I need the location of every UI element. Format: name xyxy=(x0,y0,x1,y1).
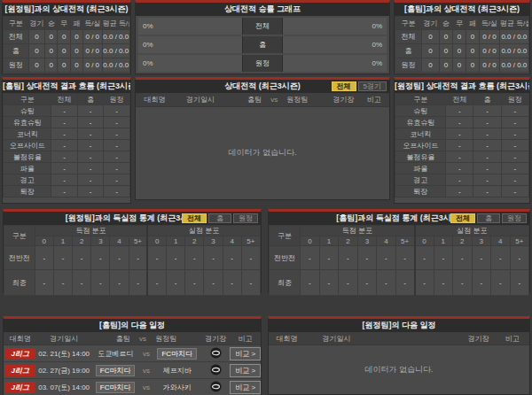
table-row: 전체 0 0 0 0 0 / 0 0.0 / 0.0 xyxy=(395,30,529,44)
col-header: 구분 xyxy=(4,94,51,105)
stat-cell: - xyxy=(473,174,501,186)
bin-header: 0 xyxy=(35,236,53,246)
stat-cell: - xyxy=(446,151,473,163)
stadium-icon[interactable] xyxy=(210,347,222,359)
col-header: 무 xyxy=(452,17,466,30)
stat-cell: - xyxy=(473,105,501,117)
col-header: 경기 xyxy=(28,17,45,30)
vs-label: vs xyxy=(139,335,146,343)
stat-cell: - xyxy=(104,186,130,198)
home-winrate-bar: 0% xyxy=(138,55,242,72)
stat-cell: - xyxy=(51,140,77,151)
col-header-league: 대회명 xyxy=(136,95,174,105)
schedule-row: J리그 02. 27(금) 19:00 FC마치다 vs 제프지바 비교 > xyxy=(4,362,261,379)
away-winrate-bar: 0% xyxy=(283,18,387,35)
stat-cell: - xyxy=(491,246,510,270)
bin-header: 5+ xyxy=(241,236,260,246)
home-team-name: FC마치다 xyxy=(96,365,136,376)
stadium-icon[interactable] xyxy=(210,381,222,392)
stat-cell: 0 xyxy=(45,30,58,44)
panel-away-result-flow: [원정팀] 상대전적 결과 흐름 (최근3시즌 평균) 구분 전체 홈 원정 슈… xyxy=(394,77,530,204)
table-row: 슈팅--- xyxy=(4,105,130,117)
panel-title: [원정팀] 상대전적 결과 흐름 (최근3시즌 평균) xyxy=(395,80,529,93)
schedule-row: J리그 02. 21(토) 14:00 도쿄베르디 vs FC마치다 비교 > xyxy=(4,345,261,362)
tab-all[interactable]: 전체 xyxy=(332,81,356,91)
bin-header: 4 xyxy=(110,236,129,246)
tab-all[interactable]: 전체 xyxy=(450,213,475,223)
stat-cell: 0 xyxy=(439,44,452,58)
bin-header: 1 xyxy=(434,236,452,246)
stat-cell: - xyxy=(104,117,130,128)
col-header-stadium: 경기장 xyxy=(328,95,358,105)
table-row: 볼점유율--- xyxy=(4,151,130,163)
col-header-note: 비고 xyxy=(359,95,389,105)
col-header-stadium: 경기장 xyxy=(462,334,496,344)
stat-cell: - xyxy=(434,246,452,270)
tab-home[interactable]: 홈 xyxy=(477,213,500,223)
tab-away[interactable]: 원정 xyxy=(502,213,527,223)
col-header-note: 비고 xyxy=(496,334,529,344)
stat-cell: 0.0 / 0.0 xyxy=(102,44,130,58)
tab-home[interactable]: 홈 xyxy=(208,213,231,223)
graph-row-label: 홈 xyxy=(242,36,283,53)
table-row: 원정 0 0 0 0 0 / 0 0.0 / 0.0 xyxy=(395,58,529,73)
panel-title: [홈팀] 상대전적 결과 흐름 (최근3시즌 평균) xyxy=(3,80,130,93)
vs-label: vs xyxy=(143,350,150,358)
vs-label: vs xyxy=(143,383,150,391)
panel-title: [홈팀]의 다음 일정 xyxy=(4,319,261,332)
match-datetime: 02. 27(금) 19:00 xyxy=(37,366,91,376)
group-header-row: 구분 득점 분포 실점 분포 xyxy=(4,226,261,236)
bin-header: 3 xyxy=(204,236,223,246)
stat-cell: 0 / 0 xyxy=(480,44,500,58)
stat-cell: 0 / 0 xyxy=(83,44,102,58)
stat-cell: - xyxy=(395,246,414,270)
row-label: 홈 xyxy=(4,44,29,58)
empty-message: 데이터가 없습니다. xyxy=(136,107,389,198)
row-head-to-head: [원정팀]과의 상대전적 (최근3시즌) 구분 경기 승 무 패 득/실 평균 … xyxy=(2,0,530,74)
stat-cell: - xyxy=(35,246,53,270)
compare-button[interactable]: 비교 > xyxy=(230,347,261,360)
stat-cell: - xyxy=(91,246,110,270)
col-header-home: 홈팀 xyxy=(247,96,262,104)
stat-cell: - xyxy=(339,246,357,270)
stat-cell: - xyxy=(415,246,434,270)
tab-group: 전체 홈 원정 xyxy=(182,213,258,223)
tab-all[interactable]: 전체 xyxy=(182,213,207,223)
stat-cell: - xyxy=(35,270,53,296)
stat-cell: - xyxy=(501,186,528,198)
stat-cell: 0 xyxy=(439,58,452,73)
col-header: 득/실 xyxy=(83,17,102,30)
table-header-row: 구분 전체 홈 원정 xyxy=(395,94,529,105)
stat-cell: 0 xyxy=(28,44,45,58)
league-badge: J리그 xyxy=(5,382,35,393)
bin-header: 1 xyxy=(319,236,338,246)
row-label: 코너킥 xyxy=(395,128,446,140)
col-header-datetime: 경기일시 xyxy=(174,95,227,105)
table-row: 코너킥--- xyxy=(395,128,529,140)
panel-title: 상대전적 (최근3시즌) 전체 5경기 xyxy=(136,80,389,93)
stat-cell: - xyxy=(501,117,528,128)
stat-cell: - xyxy=(77,117,103,128)
stat-cell: - xyxy=(91,270,110,296)
stat-cell: 0 xyxy=(58,44,70,58)
table-row: 최종 ------ ------ xyxy=(4,270,261,296)
stat-cell: - xyxy=(301,246,319,270)
tab-last5[interactable]: 5경기 xyxy=(358,81,387,91)
compare-button[interactable]: 비교 > xyxy=(230,364,261,377)
stat-cell: - xyxy=(377,246,395,270)
stat-cell: 0.0 / 0.0 xyxy=(499,44,528,58)
stat-cell: - xyxy=(167,246,185,270)
table-row: 파울--- xyxy=(4,163,130,174)
stat-cell: - xyxy=(446,105,473,117)
row-label: 코너킥 xyxy=(4,128,51,140)
tab-group: 전체 홈 원정 xyxy=(450,213,527,223)
compare-button[interactable]: 비교 > xyxy=(230,381,261,394)
col-header: 승 xyxy=(439,17,452,30)
graph-row-label: 원정 xyxy=(242,55,283,72)
stat-cell: 0 / 0 xyxy=(83,58,102,73)
stat-cell: - xyxy=(377,270,395,296)
stadium-icon[interactable] xyxy=(210,364,222,376)
tab-away[interactable]: 원정 xyxy=(233,213,258,223)
col-header: 홈 xyxy=(77,94,103,105)
col-header: 평균 득/실 xyxy=(499,17,528,30)
